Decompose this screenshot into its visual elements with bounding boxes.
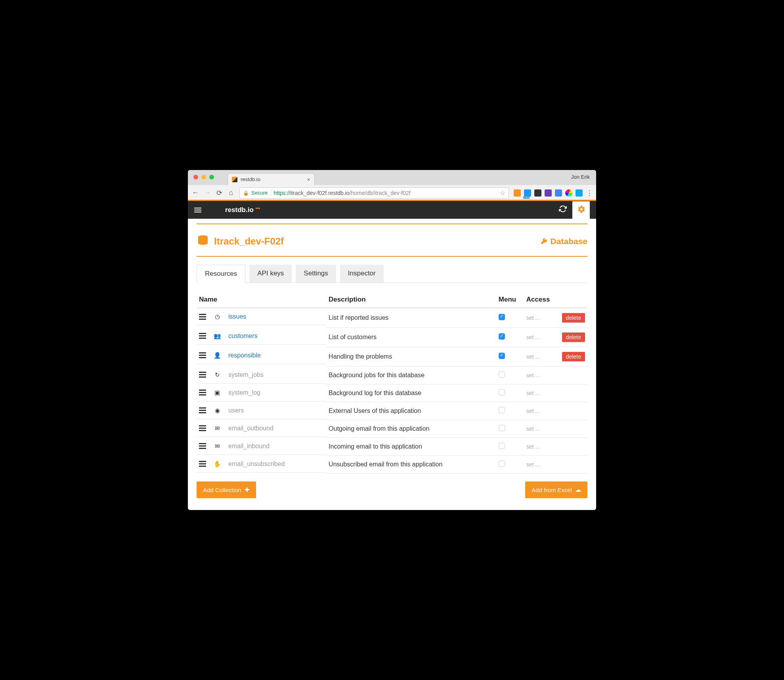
titlebar: restdb.io × Jon Erik <box>188 170 596 185</box>
omnibox[interactable]: 🔒 Secure https://itrack_dev-f02f.restdb.… <box>239 187 509 199</box>
drag-handle[interactable] <box>199 461 206 467</box>
drag-handle[interactable] <box>199 352 206 358</box>
menu-checkbox[interactable] <box>499 425 505 431</box>
menu-checkbox[interactable] <box>499 389 505 395</box>
add-from-excel-button[interactable]: Add from Excel ☁ <box>525 481 587 498</box>
menu-checkbox[interactable] <box>499 460 505 467</box>
reload-button[interactable]: ⟳ <box>216 189 223 197</box>
menu-checkbox[interactable] <box>499 333 505 340</box>
set-access-link[interactable]: set ... <box>526 461 540 468</box>
menu-checkbox[interactable] <box>499 314 505 320</box>
hamburger-menu-button[interactable] <box>194 208 201 212</box>
table-row: ▣system_logBackground log for this datab… <box>197 384 587 402</box>
drag-handle[interactable] <box>199 407 206 413</box>
menu-checkbox[interactable] <box>499 407 505 413</box>
extension-icon[interactable] <box>576 189 583 197</box>
set-access-link[interactable]: set ... <box>526 443 540 450</box>
menu-checkbox[interactable] <box>499 443 505 449</box>
logo-text: restdb.io <box>225 206 254 214</box>
table-row: 👥customersList of customersset ...delete <box>197 328 587 347</box>
extension-icon[interactable] <box>545 189 552 197</box>
database-icon <box>197 234 209 249</box>
delete-button[interactable]: delete <box>562 313 585 323</box>
database-link-label: Database <box>551 237 587 246</box>
set-access-link[interactable]: set ... <box>526 426 540 432</box>
extension-icons: ⋮ <box>514 189 592 197</box>
table-row: ✉email_inboundIncoming email to this app… <box>197 438 587 456</box>
set-access-link[interactable]: set ... <box>526 408 540 414</box>
minimize-window-button[interactable] <box>201 175 206 180</box>
resource-name[interactable]: responsible <box>228 352 261 359</box>
extension-icon[interactable] <box>534 189 541 197</box>
set-access-link[interactable]: set ... <box>526 315 540 321</box>
extension-icon[interactable] <box>565 189 572 197</box>
drag-handle[interactable] <box>199 443 206 449</box>
tab-title: restdb.io <box>241 176 260 182</box>
tab-resources[interactable]: Resources <box>197 265 245 283</box>
set-access-link[interactable]: set ... <box>526 372 540 378</box>
set-access-link[interactable]: set ... <box>526 334 540 340</box>
refresh-icon: ↻ <box>213 371 221 378</box>
chrome-menu-button[interactable]: ⋮ <box>586 189 592 197</box>
secure-label: Secure <box>251 190 271 196</box>
resource-description: Handling the problems <box>326 347 496 367</box>
terminal-icon: ▣ <box>213 389 221 396</box>
profile-name[interactable]: Jon Erik <box>571 174 590 180</box>
settings-gears-button[interactable] <box>572 201 590 219</box>
resources-table: Name Description Menu Access ◷issuesList… <box>197 292 587 474</box>
users-icon: 👥 <box>213 332 221 340</box>
browser-tab[interactable]: restdb.io × <box>228 173 315 185</box>
logo-dots-icon <box>256 208 260 209</box>
tab-api-keys[interactable]: API keys <box>249 265 292 283</box>
page-title: Itrack_dev-F02f <box>214 236 284 247</box>
envelope-icon: ✉ <box>213 443 221 450</box>
extension-icon[interactable] <box>555 189 562 197</box>
drag-handle[interactable] <box>199 314 206 320</box>
set-access-link[interactable]: set ... <box>526 353 540 360</box>
delete-button[interactable]: delete <box>562 352 585 361</box>
drag-handle[interactable] <box>199 425 206 431</box>
hand-icon: ✋ <box>213 460 221 468</box>
home-button[interactable]: ⌂ <box>228 189 235 197</box>
drag-handle[interactable] <box>199 390 206 395</box>
drag-handle[interactable] <box>199 372 206 378</box>
resource-description: Unsubscribed email from this application <box>326 456 496 474</box>
resource-description: List of customers <box>326 328 496 347</box>
bookmark-star-icon[interactable]: ☆ <box>500 189 505 197</box>
menu-checkbox[interactable] <box>499 371 505 378</box>
resource-name[interactable]: customers <box>228 332 258 340</box>
add-from-excel-label: Add from Excel <box>532 487 572 493</box>
tab-inspector[interactable]: Inspector <box>340 265 384 283</box>
url-host: itrack_dev-f02f.restdb.io <box>290 190 349 196</box>
extension-icon[interactable] <box>524 189 531 197</box>
forward-button[interactable]: → <box>204 189 211 197</box>
lock-icon: 🔒 <box>243 190 249 196</box>
resource-description: External Users of this application <box>326 402 496 420</box>
column-name: Name <box>197 292 326 308</box>
app-logo[interactable]: restdb.io <box>225 206 260 214</box>
user-circle-icon: ◉ <box>213 407 221 414</box>
extension-icon[interactable] <box>514 189 521 197</box>
resource-name: email_inbound <box>228 443 270 450</box>
table-row: ✋email_unsubscribedUnsubscribed email fr… <box>197 456 587 474</box>
sync-button[interactable] <box>553 205 572 215</box>
set-access-link[interactable]: set ... <box>526 390 540 396</box>
browser-window: restdb.io × Jon Erik ← → ⟳ ⌂ 🔒 Secure ht… <box>188 170 596 510</box>
add-collection-button[interactable]: Add Collection ✚ <box>197 481 256 498</box>
delete-button[interactable]: delete <box>562 332 585 342</box>
resource-description: Incoming email to this application <box>326 438 496 456</box>
drag-handle[interactable] <box>199 333 206 339</box>
database-link[interactable]: Database <box>540 237 587 246</box>
tab-settings[interactable]: Settings <box>296 265 336 283</box>
envelope-icon: ✉ <box>213 425 221 432</box>
tab-close-button[interactable]: × <box>307 176 310 183</box>
maximize-window-button[interactable] <box>209 175 214 180</box>
resource-name: system_jobs <box>228 371 264 378</box>
url-scheme: https:// <box>273 190 290 196</box>
wrench-icon <box>540 238 547 245</box>
back-button[interactable]: ← <box>192 189 199 197</box>
resource-name[interactable]: issues <box>228 313 246 320</box>
menu-checkbox[interactable] <box>499 353 505 359</box>
close-window-button[interactable] <box>193 175 198 180</box>
table-row: ◉usersExternal Users of this application… <box>197 402 587 420</box>
